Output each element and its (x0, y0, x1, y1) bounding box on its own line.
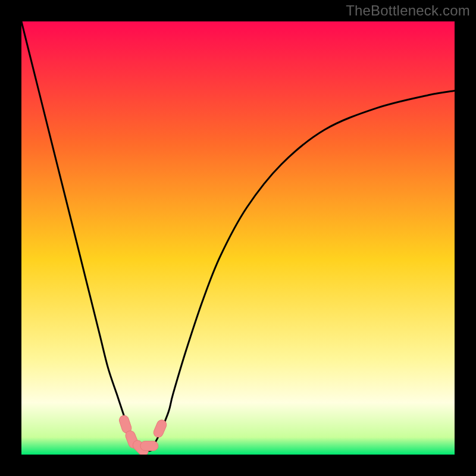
curve-marker (140, 441, 158, 450)
chart-frame: TheBottleneck.com (0, 0, 476, 476)
gradient-background (21, 21, 455, 455)
watermark-text: TheBottleneck.com (346, 2, 470, 19)
chart-svg (21, 21, 455, 455)
plot-area (21, 21, 455, 455)
